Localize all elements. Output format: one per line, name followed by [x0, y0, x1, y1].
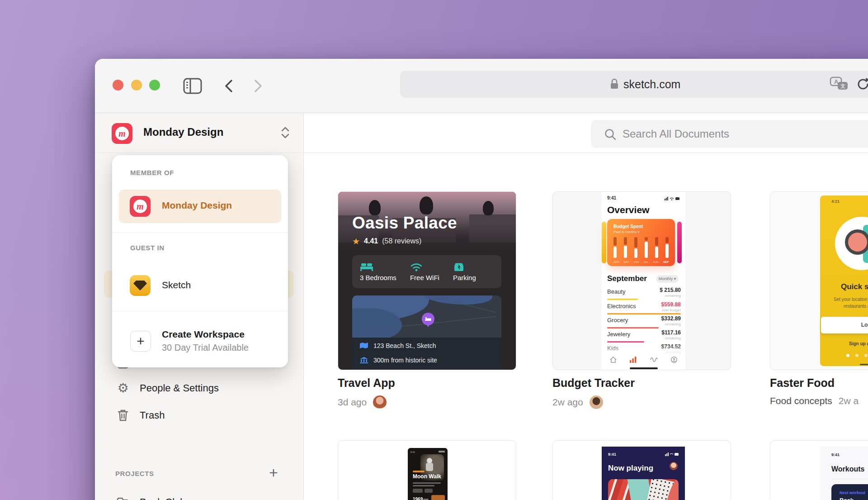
- carousel-card-right: [677, 222, 682, 263]
- address-bar[interactable]: sketch.com A 文: [400, 71, 868, 98]
- status-time: 4:21: [831, 199, 840, 204]
- distance-row: 300m from historic site: [360, 357, 437, 364]
- trash-icon: [115, 409, 131, 422]
- document-thumbnail-faster-food[interactable]: 4:21 Quick sea Set your location to sta …: [770, 191, 868, 370]
- search-icon: [604, 128, 617, 141]
- next-workout-title: Back: [840, 497, 854, 500]
- pagination-dots: [846, 354, 868, 357]
- document-thumbnail-moon-walk[interactable]: 9:41 Moon Walk 1969: [338, 440, 516, 500]
- status-time: 9:41: [831, 452, 840, 457]
- app-sidebar: m Monday Design My Drafts ⚙ People & Set…: [95, 113, 304, 500]
- sidebar-toggle-icon[interactable]: [183, 78, 202, 94]
- login-button: Login: [821, 317, 868, 333]
- document-project: Food concepts: [770, 395, 832, 406]
- workspace-switcher-chevrons-icon[interactable]: [280, 126, 290, 139]
- map-pin-icon: [422, 313, 434, 325]
- rating-reviews: (58 reviews): [382, 237, 421, 245]
- month-labels: APRMAYJUNJULAUGSEP: [613, 261, 669, 263]
- header-divider: [95, 152, 868, 153]
- guest-in-label: GUEST IN: [130, 244, 165, 252]
- onboarding-desc-line1: Set your location to sta: [834, 297, 868, 302]
- amenity-wifi: Free WiFi: [410, 262, 439, 281]
- map-panel: 123 Beach St., Sketch 300m from historic…: [352, 295, 501, 370]
- tab-bar: [607, 357, 680, 363]
- amenity-label: Free WiFi: [410, 274, 439, 281]
- phone-screen: 9:41 Moon Walk 1969: [408, 448, 448, 500]
- close-button[interactable]: [113, 80, 123, 90]
- svg-text:文: 文: [840, 83, 845, 89]
- amenity-label: 3 Bedrooms: [360, 274, 396, 281]
- button-shape: [425, 489, 433, 493]
- search-bar: [591, 120, 868, 148]
- budget-card-title: Budget Spent: [613, 224, 643, 229]
- member-of-label: MEMBER OF: [130, 169, 174, 176]
- screen-title: Now playing: [608, 464, 653, 473]
- document-meta: Food concepts 2w a: [770, 395, 859, 406]
- distance-text: 300m from historic site: [373, 357, 437, 364]
- workspace-name: Monday Design: [143, 126, 223, 138]
- amenities-panel: 3 Bedrooms Free WiFi Parking: [352, 255, 501, 288]
- album-art: [608, 479, 679, 500]
- document-title[interactable]: Travel App: [338, 376, 395, 390]
- projects-section-label: PROJECTS: [115, 470, 154, 477]
- phone-screen: 9:41 Overview Budget Spent Past 6 months…: [602, 192, 685, 370]
- sketch-icon: [130, 275, 151, 296]
- document-title[interactable]: Faster Food: [770, 376, 835, 390]
- year-label: 1969: [413, 497, 423, 500]
- bed-icon: [360, 262, 374, 271]
- sidebar-item-label: Trash: [140, 410, 165, 421]
- address-panel: 123 Beach St., Sketch 300m from historic…: [352, 338, 501, 370]
- reload-icon[interactable]: [856, 77, 868, 91]
- workspace-dropdown: MEMBER OF m Monday Design GUEST IN Sketc…: [112, 155, 288, 367]
- carousel-card-left: [602, 222, 606, 263]
- document-timestamp: 3d ago: [338, 397, 367, 408]
- folder-icon: [115, 497, 131, 500]
- avatar: [590, 395, 603, 409]
- sidebar-item-partial-project[interactable]: Book Club: [95, 492, 304, 500]
- search-input[interactable]: [623, 120, 868, 148]
- dropdown-item-monday-design[interactable]: m Monday Design: [119, 190, 281, 223]
- document-thumbnail-budget-tracker[interactable]: 9:41 Overview Budget Spent Past 6 months…: [552, 191, 731, 370]
- budget-row: Grocery$332.89remaining: [607, 315, 681, 329]
- minimize-button[interactable]: [131, 80, 142, 90]
- phone-screen: 9:41 Now playing: [602, 447, 685, 500]
- phone-screen: 9:41 Workouts Next workout Back: [820, 446, 868, 500]
- sidebar-item-people-settings[interactable]: ⚙ People & Settings: [95, 378, 304, 398]
- amenity-bedrooms: 3 Bedrooms: [360, 262, 396, 281]
- next-workout-label: Next workout: [840, 490, 865, 495]
- dropdown-item-create-workspace[interactable]: + Create Workspace 30 Day Trial Availabl…: [119, 326, 281, 359]
- astronaut-body: [426, 463, 433, 471]
- zoom-button[interactable]: [149, 80, 160, 90]
- dropdown-item-label: Monday Design: [162, 200, 232, 211]
- add-project-button[interactable]: +: [269, 464, 278, 481]
- document-title[interactable]: Budget Tracker: [552, 376, 635, 390]
- screen-title: Overview: [607, 205, 649, 215]
- home-indicator: [630, 367, 658, 369]
- signup-link: Sign up an acco: [849, 341, 868, 346]
- home-indicator: [860, 364, 868, 365]
- month-heading: September: [607, 274, 647, 283]
- document-thumbnail-workouts[interactable]: 9:41 Workouts Next workout Back: [770, 440, 868, 500]
- document-thumbnail-now-playing[interactable]: 9:41 Now playing: [552, 440, 731, 500]
- cta-button-shape: [431, 495, 445, 500]
- sidebar-item-trash[interactable]: Trash: [95, 405, 304, 425]
- forward-button[interactable]: [252, 79, 264, 93]
- create-workspace-subtitle: 30 Day Trial Available: [162, 343, 249, 353]
- budget-row: Electronics$559.88over budget: [607, 301, 681, 315]
- dropdown-item-sketch[interactable]: Sketch: [119, 269, 281, 302]
- status-time: 9:41: [607, 195, 616, 200]
- document-thumbnail-travel-app[interactable]: Oasis Palace ★ 4.41 (58 reviews) 3 Bedro…: [338, 191, 516, 370]
- budget-spent-card: Budget Spent Past 6 months ▾ APRMAYJUNJU…: [607, 219, 675, 266]
- translate-icon[interactable]: A 文: [830, 76, 849, 92]
- dropdown-divider: [112, 232, 288, 233]
- status-time: 9:41: [410, 451, 415, 453]
- url-text: sketch.com: [623, 71, 680, 98]
- back-button[interactable]: [223, 79, 235, 93]
- sidebar-item-label: Book Club: [140, 496, 186, 500]
- home-icon: [610, 357, 617, 363]
- document-meta: 2w ago: [552, 395, 603, 409]
- status-bar: 9:41: [607, 195, 680, 200]
- avatar: [670, 462, 678, 470]
- sidebar-item-label: People & Settings: [140, 382, 219, 394]
- dropdown-item-label: Sketch: [162, 280, 191, 290]
